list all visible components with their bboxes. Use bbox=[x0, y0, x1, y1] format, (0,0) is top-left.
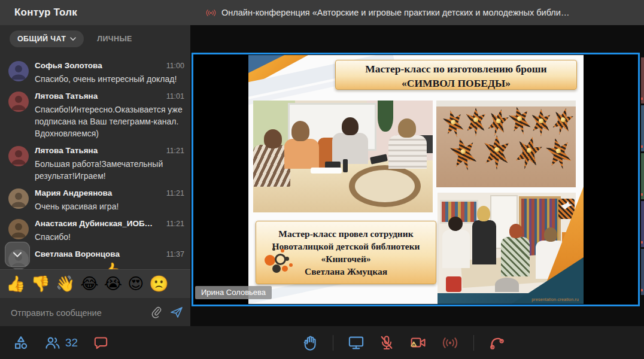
tab-common-chat[interactable]: ОБЩИЙ ЧАТ bbox=[10, 31, 84, 47]
avatar bbox=[8, 61, 29, 81]
participants-count: 32 bbox=[65, 336, 78, 349]
avatar bbox=[8, 188, 29, 209]
tools-shapes-button[interactable] bbox=[13, 335, 29, 351]
message-text: Спасибо! bbox=[35, 231, 184, 243]
message-text: 👍 bbox=[35, 261, 184, 269]
slide-title-line1: Мастер-класс по изготовлению броши bbox=[336, 62, 576, 76]
scroll-to-bottom-button[interactable] bbox=[5, 242, 30, 267]
participants-button[interactable]: 32 bbox=[44, 336, 78, 350]
photo-workshop bbox=[253, 101, 433, 212]
message-input[interactable] bbox=[10, 304, 144, 322]
message-author: Мария Андреянова bbox=[35, 188, 162, 197]
divider bbox=[473, 335, 474, 351]
reaction-waving-hand[interactable]: 👋 bbox=[56, 275, 75, 293]
send-message-icon[interactable] bbox=[170, 306, 183, 318]
brooch-star bbox=[441, 108, 467, 140]
presentation-slide: Мастер-класс по изготовлению броши «СИМВ… bbox=[248, 55, 584, 304]
raise-hand-button[interactable] bbox=[302, 334, 318, 351]
brooch-star bbox=[549, 106, 576, 138]
brooch-star bbox=[483, 135, 511, 170]
reaction-heart-eyes[interactable]: 😍 bbox=[127, 275, 144, 293]
message-time: 11:00 bbox=[166, 62, 184, 70]
header: Контур Толк Онлайн-конференция «Авторски… bbox=[0, 0, 644, 25]
brooch-star bbox=[447, 135, 481, 174]
leave-call-button[interactable] bbox=[488, 335, 505, 351]
chat-panel: ОБЩИЙ ЧАТ ЛИЧНЫЕ Софья Золотова 11:00 Сп… bbox=[0, 25, 190, 326]
message-author: Анастасия Дубинская_ИОБ… bbox=[35, 219, 162, 228]
library-logo bbox=[265, 249, 292, 276]
attach-paperclip-icon[interactable] bbox=[151, 306, 162, 318]
slide-title-line2: «СИМВОЛ ПОБЕДЫ» bbox=[336, 76, 576, 90]
tab-common-chat-label: ОБЩИЙ ЧАТ bbox=[17, 35, 66, 43]
participant-tile[interactable] bbox=[641, 57, 644, 104]
conference-title: Онлайн-конференция «Авторские и игровые … bbox=[221, 8, 569, 17]
reaction-frowning[interactable]: 🙁 bbox=[149, 275, 168, 293]
broadcast-button[interactable] bbox=[441, 336, 459, 349]
chat-message: Мария Андреянова 11:21 Очень красивая иг… bbox=[0, 184, 190, 214]
chat-toggle-button[interactable] bbox=[93, 336, 108, 350]
message-text: Спасибо!Интересно.Оказывается уже подпис… bbox=[35, 104, 184, 139]
message-time: 11:21 bbox=[166, 147, 184, 155]
message-author: Светлана Воронцова bbox=[35, 250, 162, 258]
participant-tile[interactable] bbox=[641, 105, 644, 151]
reaction-thumbs-up[interactable]: 👍 bbox=[6, 275, 25, 293]
message-text: Большая работа!Замечательный результат!И… bbox=[35, 158, 184, 182]
divider bbox=[333, 335, 333, 351]
app-title: Контур Толк bbox=[14, 0, 77, 25]
chat-message: Лятова Татьяна 11:01 Спасибо!Интересно.О… bbox=[0, 87, 190, 141]
chat-message: Софья Золотова 11:00 Спасибо, очень инте… bbox=[0, 56, 190, 87]
stage-area: Мастер-класс по изготовлению броши «СИМВ… bbox=[190, 25, 644, 326]
chevron-down-icon bbox=[13, 252, 22, 257]
message-time: 11:01 bbox=[166, 92, 184, 101]
slide-watermark: presentation-creation.ru bbox=[531, 297, 579, 302]
camera-warning-button[interactable] bbox=[409, 335, 427, 351]
avatar bbox=[8, 219, 29, 239]
people-icon bbox=[44, 336, 61, 350]
reactions-bar: 👍👎👋😂😭😍🙁 bbox=[0, 269, 190, 297]
microphone-muted-button[interactable] bbox=[379, 334, 394, 351]
brooch-star bbox=[465, 108, 487, 136]
message-text: Очень красивая игра! bbox=[35, 200, 184, 212]
message-input-row bbox=[0, 297, 190, 326]
app-window: Контур Толк Онлайн-конференция «Авторски… bbox=[0, 0, 644, 359]
tab-private[interactable]: ЛИЧНЫЕ bbox=[97, 35, 132, 43]
message-text: Спасибо, очень интересный доклад! bbox=[35, 73, 184, 85]
slide-title-box: Мастер-класс по изготовлению броши «СИМВ… bbox=[335, 60, 577, 90]
presenter-name-label: Ирина Соловьева bbox=[195, 286, 272, 299]
brooch-star bbox=[543, 135, 575, 173]
credit-line1: Мастер-класс провел сотрудник bbox=[260, 227, 432, 240]
participant-tile[interactable] bbox=[641, 249, 644, 295]
reaction-joy[interactable]: 😂 bbox=[80, 275, 98, 293]
brooch-star bbox=[506, 104, 534, 137]
participant-tile[interactable] bbox=[641, 153, 644, 199]
chevron-down-icon bbox=[70, 37, 76, 41]
bottom-toolbar: 32 bbox=[0, 326, 644, 359]
participant-tile[interactable] bbox=[641, 201, 644, 247]
message-time: 11:21 bbox=[166, 189, 184, 197]
message-time: 11:37 bbox=[166, 250, 184, 258]
brooch-star bbox=[512, 134, 545, 173]
brooch-star bbox=[531, 109, 551, 136]
photo-brooches bbox=[436, 101, 576, 187]
message-author: Софья Золотова bbox=[35, 61, 162, 70]
message-author: Лятова Татьяна bbox=[35, 92, 162, 101]
chat-message: Лятова Татьяна 11:21 Большая работа!Заме… bbox=[0, 141, 190, 184]
avatar bbox=[8, 146, 29, 166]
conference-header: Онлайн-конференция «Авторские и игровые … bbox=[206, 0, 569, 25]
brooch-star bbox=[485, 107, 511, 139]
reaction-thumbs-down[interactable]: 👎 bbox=[31, 275, 50, 293]
screen-share-button[interactable] bbox=[348, 335, 364, 351]
chat-message-list[interactable]: Софья Золотова 11:00 Спасибо, очень инте… bbox=[0, 53, 190, 269]
message-time: 11:21 bbox=[166, 220, 184, 228]
slide-credit-box: Мастер-класс провел сотрудник Новоталицк… bbox=[256, 221, 436, 284]
message-author: Лятова Татьяна bbox=[35, 146, 162, 155]
avatar bbox=[8, 92, 29, 112]
live-broadcast-icon bbox=[206, 9, 216, 17]
chat-message: Анастасия Дубинская_ИОБ… 11:21 Спасибо! bbox=[0, 214, 190, 245]
reaction-crying[interactable]: 😭 bbox=[104, 275, 122, 293]
chat-tabs: ОБЩИЙ ЧАТ ЛИЧНЫЕ bbox=[0, 25, 190, 53]
